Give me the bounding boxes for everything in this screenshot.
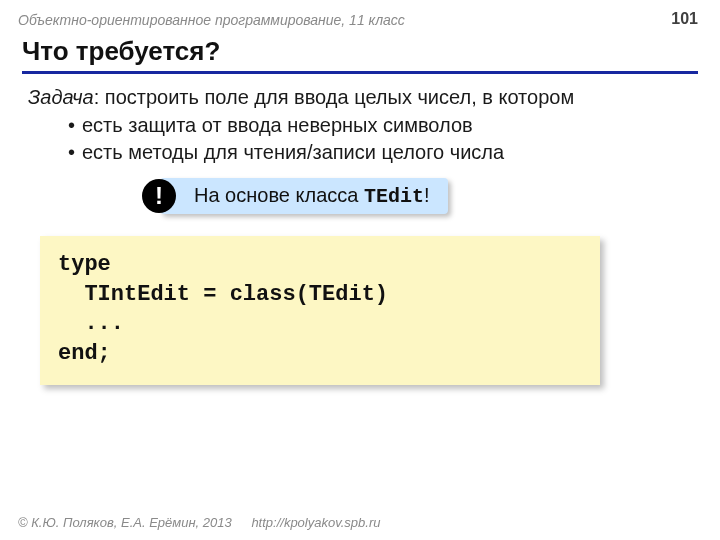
page-number: 101 — [671, 10, 698, 28]
callout-suffix: ! — [424, 184, 430, 206]
code-block: type TIntEdit = class(TEdit) ... end; — [40, 236, 600, 385]
list-item: есть методы для чтения/записи целого чис… — [68, 139, 692, 166]
callout-prefix: На основе класса — [194, 184, 364, 206]
callout: ! На основе класса TEdit! — [160, 178, 448, 214]
list-item: есть защита от ввода неверных символов — [68, 112, 692, 139]
callout-classname: TEdit — [364, 185, 424, 208]
bullet-list: есть защита от ввода неверных символов е… — [68, 112, 692, 166]
footer: © К.Ю. Поляков, Е.А. Ерёмин, 2013 http:/… — [18, 515, 380, 530]
footer-copyright: © К.Ю. Поляков, Е.А. Ерёмин, 2013 — [18, 515, 232, 530]
course-header: Объектно-ориентированное программировани… — [18, 12, 405, 28]
footer-url: http://kpolyakov.spb.ru — [251, 515, 380, 530]
task-text: : построить поле для ввода целых чисел, … — [94, 86, 574, 108]
exclamation-icon: ! — [142, 179, 176, 213]
task-line: Задача: построить поле для ввода целых ч… — [28, 84, 692, 111]
task-label: Задача — [28, 86, 94, 108]
callout-box: ! На основе класса TEdit! — [160, 178, 448, 214]
slide-title: Что требуется? — [22, 36, 698, 74]
